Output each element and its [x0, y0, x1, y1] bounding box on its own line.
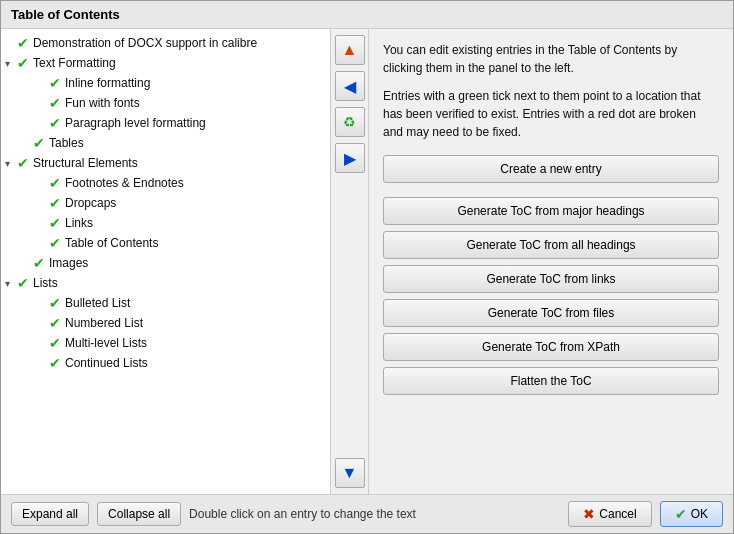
- tree-item[interactable]: ✔Links: [1, 213, 330, 233]
- tree-item[interactable]: ✔Paragraph level formatting: [1, 113, 330, 133]
- check-icon: ✔: [49, 335, 61, 351]
- tree-item[interactable]: ✔Demonstration of DOCX support in calibr…: [1, 33, 330, 53]
- check-icon: ✔: [49, 195, 61, 211]
- check-icon: ✔: [49, 115, 61, 131]
- tree-item-label: Table of Contents: [65, 236, 158, 250]
- tree-item[interactable]: ✔Continued Lists: [1, 353, 330, 373]
- dialog-body: ✔Demonstration of DOCX support in calibr…: [1, 29, 733, 494]
- tree-item-label: Text Formatting: [33, 56, 116, 70]
- collapse-all-button[interactable]: Collapse all: [97, 502, 181, 526]
- tree-item[interactable]: ▾✔Text Formatting: [1, 53, 330, 73]
- tree-item[interactable]: ✔Multi-level Lists: [1, 333, 330, 353]
- tree-item-label: Demonstration of DOCX support in calibre: [33, 36, 257, 50]
- check-icon: ✔: [49, 75, 61, 91]
- check-icon: ✔: [49, 315, 61, 331]
- cancel-label: Cancel: [599, 507, 636, 521]
- tree-item[interactable]: ✔Inline formatting: [1, 73, 330, 93]
- move-down-button[interactable]: ▼: [335, 458, 365, 488]
- check-icon: ✔: [33, 255, 45, 271]
- help-text-2: Entries with a green tick next to them p…: [383, 87, 719, 141]
- check-icon: ✔: [49, 95, 61, 111]
- tree-item-label: Continued Lists: [65, 356, 148, 370]
- generate-all-headings-button[interactable]: Generate ToC from all headings: [383, 231, 719, 259]
- tree-item-label: Structural Elements: [33, 156, 138, 170]
- help-text-1: You can edit existing entries in the Tab…: [383, 41, 719, 77]
- check-icon: ✔: [49, 235, 61, 251]
- expand-all-button[interactable]: Expand all: [11, 502, 89, 526]
- check-icon: ✔: [17, 35, 29, 51]
- generate-major-headings-button[interactable]: Generate ToC from major headings: [383, 197, 719, 225]
- tree-item-label: Tables: [49, 136, 84, 150]
- cancel-icon: ✖: [583, 506, 595, 522]
- footer-hint: Double click on an entry to change the t…: [189, 507, 560, 521]
- recycle-icon: ♻: [343, 114, 356, 130]
- arrow-up-icon: ▲: [342, 41, 358, 59]
- tree-item[interactable]: ✔Numbered List: [1, 313, 330, 333]
- tree-item[interactable]: ✔Tables: [1, 133, 330, 153]
- tree-item-label: Bulleted List: [65, 296, 130, 310]
- generate-files-button[interactable]: Generate ToC from files: [383, 299, 719, 327]
- tree-item[interactable]: ✔Dropcaps: [1, 193, 330, 213]
- check-icon: ✔: [17, 275, 29, 291]
- footer-right: ✖ Cancel ✔ OK: [568, 501, 723, 527]
- check-icon: ✔: [49, 355, 61, 371]
- tree-item[interactable]: ▾✔Lists: [1, 273, 330, 293]
- generate-links-button[interactable]: Generate ToC from links: [383, 265, 719, 293]
- create-new-entry-button[interactable]: Create a new entry: [383, 155, 719, 183]
- move-right-button[interactable]: ▶: [335, 143, 365, 173]
- recycle-button[interactable]: ♻: [335, 107, 365, 137]
- tree-item-label: Lists: [33, 276, 58, 290]
- expand-arrow-icon: ▾: [5, 58, 15, 69]
- flatten-toc-button[interactable]: Flatten the ToC: [383, 367, 719, 395]
- ok-check-icon: ✔: [675, 506, 687, 522]
- move-up-button[interactable]: ▲: [335, 35, 365, 65]
- tree-item-label: Inline formatting: [65, 76, 150, 90]
- dialog: Table of Contents ✔Demonstration of DOCX…: [0, 0, 734, 534]
- ok-label: OK: [691, 507, 708, 521]
- check-icon: ✔: [49, 215, 61, 231]
- check-icon: ✔: [49, 295, 61, 311]
- tree-item-label: Multi-level Lists: [65, 336, 147, 350]
- tree-item-label: Footnotes & Endnotes: [65, 176, 184, 190]
- cancel-button[interactable]: ✖ Cancel: [568, 501, 651, 527]
- tree-item-label: Numbered List: [65, 316, 143, 330]
- arrow-right-icon: ▶: [344, 149, 356, 168]
- tree-item[interactable]: ✔Fun with fonts: [1, 93, 330, 113]
- dialog-title: Table of Contents: [1, 1, 733, 29]
- toc-tree-panel: ✔Demonstration of DOCX support in calibr…: [1, 29, 331, 494]
- tree-item[interactable]: ✔Table of Contents: [1, 233, 330, 253]
- expand-arrow-icon: ▾: [5, 158, 15, 169]
- generate-xpath-button[interactable]: Generate ToC from XPath: [383, 333, 719, 361]
- tree-item-label: Links: [65, 216, 93, 230]
- tree-item[interactable]: ✔Bulleted List: [1, 293, 330, 313]
- tree-item-label: Dropcaps: [65, 196, 116, 210]
- check-icon: ✔: [17, 155, 29, 171]
- tree-item-label: Images: [49, 256, 88, 270]
- toc-tree[interactable]: ✔Demonstration of DOCX support in calibr…: [1, 29, 330, 494]
- arrow-down-icon: ▼: [342, 464, 358, 482]
- move-left-button[interactable]: ◀: [335, 71, 365, 101]
- ok-button[interactable]: ✔ OK: [660, 501, 723, 527]
- right-panel: You can edit existing entries in the Tab…: [369, 29, 733, 494]
- tree-item[interactable]: ▾✔Structural Elements: [1, 153, 330, 173]
- tree-item[interactable]: ✔Footnotes & Endnotes: [1, 173, 330, 193]
- tree-item-label: Paragraph level formatting: [65, 116, 206, 130]
- check-icon: ✔: [17, 55, 29, 71]
- nav-panel: ▲ ◀ ♻ ▶ ▼: [331, 29, 369, 494]
- tree-item[interactable]: ✔Images: [1, 253, 330, 273]
- arrow-left-icon: ◀: [344, 77, 356, 96]
- check-icon: ✔: [49, 175, 61, 191]
- tree-item-label: Fun with fonts: [65, 96, 140, 110]
- check-icon: ✔: [33, 135, 45, 151]
- dialog-footer: Expand all Collapse all Double click on …: [1, 494, 733, 533]
- expand-arrow-icon: ▾: [5, 278, 15, 289]
